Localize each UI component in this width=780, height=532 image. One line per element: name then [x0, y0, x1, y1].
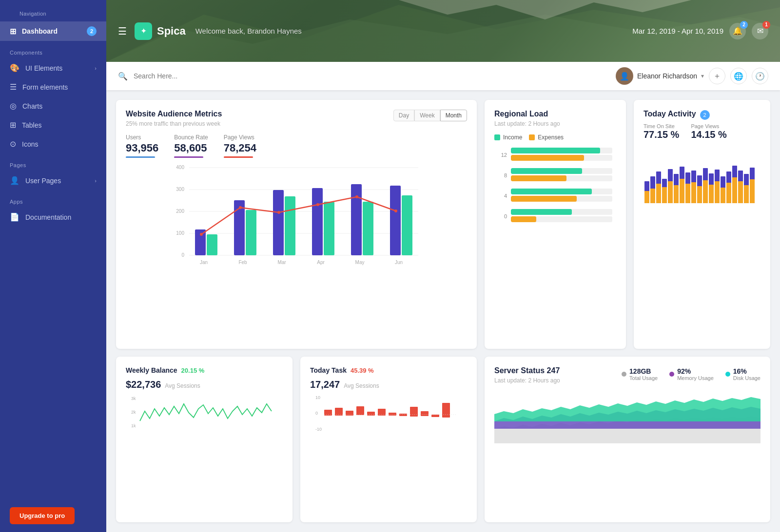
time-on-site-stat: Time On Site 77.15 % — [644, 123, 679, 140]
income-bar-12 — [511, 148, 612, 153]
svg-rect-88 — [389, 413, 396, 416]
svg-rect-53 — [685, 184, 690, 203]
svg-text:Jan: Jan — [200, 260, 208, 265]
activity-chart — [644, 147, 760, 206]
regional-row-12: 12 — [498, 148, 612, 162]
svg-rect-83 — [335, 408, 343, 416]
svg-rect-39 — [644, 191, 649, 203]
time-label: Time On Site — [644, 123, 679, 129]
svg-text:0: 0 — [315, 411, 318, 416]
period-week-btn[interactable]: Week — [414, 110, 440, 121]
activity-stats: Time On Site 77.15 % Page Views 14.15 % — [644, 123, 760, 140]
svg-rect-57 — [697, 186, 702, 203]
svg-rect-90 — [410, 407, 418, 417]
memory-usage-val: 92% — [677, 367, 714, 375]
notif-badge-2: 1 — [762, 21, 770, 29]
sidebar-item-form-elements[interactable]: ☰ Form elements — [0, 77, 106, 96]
svg-text:400: 400 — [176, 165, 184, 170]
metrics-subtitle: 25% more traffic than previous week — [126, 120, 222, 127]
chevron-down-icon: ▾ — [701, 73, 704, 79]
pageviews-bar — [224, 156, 253, 158]
svg-point-26 — [200, 233, 203, 236]
regional-subtitle: Last update: 2 Hours ago — [494, 120, 616, 127]
server-chart — [494, 395, 760, 443]
task-sub: Avg Sessions — [344, 382, 379, 389]
sidebar-item-dashboard[interactable]: ⊞ Dashboard 2 — [0, 21, 106, 41]
svg-text:Feb: Feb — [238, 260, 247, 265]
disk-usage-stat: 16% Disk Usage — [725, 367, 760, 381]
content-area: Website Audience Metrics 25% more traffi… — [106, 90, 780, 532]
regional-row-4: 4 — [498, 189, 612, 203]
charts-icon: ◎ — [10, 101, 17, 111]
task-pct: 45.39 % — [351, 367, 374, 374]
expense-bar-8 — [511, 175, 612, 181]
income-legend: Income — [494, 134, 522, 141]
svg-text:-10: -10 — [315, 427, 322, 432]
apps-section-label: Apps — [10, 199, 23, 205]
income-label: Income — [503, 134, 522, 141]
mail-button[interactable]: ✉ 1 — [752, 23, 768, 39]
upgrade-button[interactable]: Upgrade to pro — [10, 507, 75, 524]
sidebar-item-user-pages[interactable]: 👤 User Pages › — [0, 171, 106, 190]
users-value: 93,956 — [126, 142, 158, 154]
svg-rect-51 — [680, 179, 684, 203]
period-buttons: Day Week Month — [393, 110, 467, 121]
task-chart: 10 0 -10 — [310, 394, 467, 433]
period-day-btn[interactable]: Day — [393, 110, 414, 121]
sidebar-item-documentation[interactable]: 📄 Documentation — [0, 208, 106, 227]
components-section-label: Components — [10, 50, 42, 56]
period-month-btn[interactable]: Month — [440, 110, 467, 121]
user-name: Eleanor Richardson — [637, 72, 697, 80]
add-button[interactable]: ＋ — [709, 68, 725, 84]
server-status-card: Server Status 247 Last update: 2 Hours a… — [485, 357, 770, 522]
svg-rect-61 — [709, 185, 714, 203]
svg-rect-84 — [346, 411, 353, 416]
today-task-card: Today Task 45.39 % 17,247 Avg Sessions 1… — [300, 357, 477, 522]
svg-rect-24 — [390, 186, 401, 255]
sidebar-item-charts[interactable]: ◎ Charts — [0, 96, 106, 115]
user-info[interactable]: 👤 Eleanor Richardson ▾ — [616, 67, 704, 85]
disk-usage-val: 16% — [733, 367, 760, 375]
sidebar-item-ui-elements[interactable]: 🎨 UI Elements › — [0, 58, 106, 77]
sidebar-item-icons[interactable]: ⊙ Icons — [0, 134, 106, 153]
svg-rect-21 — [324, 202, 334, 255]
globe-icon-btn[interactable]: 🌐 — [730, 68, 747, 84]
income-dot — [494, 134, 500, 140]
searchbar: 🔍 👤 Eleanor Richardson ▾ ＋ 🌐 🕐 — [106, 62, 780, 90]
page-views-stat: Page Views 14.15 % — [691, 123, 726, 140]
svg-point-29 — [316, 203, 319, 206]
svg-rect-15 — [207, 234, 217, 255]
doc-icon: 📄 — [10, 212, 20, 222]
row-label-4: 4 — [498, 193, 507, 199]
svg-rect-63 — [715, 181, 720, 203]
bar-chart-container: 400 300 200 100 0 — [126, 163, 467, 270]
server-stats: 128GB Total Usage 92% Memory Usage — [622, 367, 760, 381]
svg-rect-43 — [656, 184, 661, 203]
sidebar-item-tables[interactable]: ⊞ Tables — [0, 115, 106, 134]
svg-rect-71 — [738, 181, 743, 203]
metrics-card: Website Audience Metrics 25% more traffi… — [116, 100, 477, 349]
activity-title-row: Today Activity 2 — [644, 110, 760, 120]
svg-text:0: 0 — [181, 252, 184, 258]
bounce-label: Bounce Rate — [174, 134, 208, 141]
welcome-text: Welcome back, Brandon Haynes — [195, 27, 302, 35]
clock-icon-btn[interactable]: 🕐 — [752, 68, 768, 84]
banner: ☰ ✦ Spica Welcome back, Brandon Haynes M… — [106, 0, 780, 62]
pageviews-label: Page Views — [224, 134, 256, 141]
logo-box: ✦ — [135, 22, 152, 40]
server-subtitle: Last update: 2 Hours ago — [494, 377, 560, 384]
dashboard-badge: 2 — [87, 26, 97, 36]
sidebar: Navigation ⊞ Dashboard 2 Components 🎨 UI… — [0, 0, 106, 532]
hamburger-icon[interactable]: ☰ — [118, 25, 127, 37]
users-bar — [126, 156, 155, 158]
svg-text:10: 10 — [315, 395, 320, 400]
svg-rect-85 — [356, 406, 364, 415]
svg-point-28 — [277, 211, 280, 214]
svg-text:Apr: Apr — [317, 260, 325, 265]
search-input[interactable] — [134, 72, 610, 80]
date-range: Mar 12, 2019 - Apr 10, 2019 — [632, 27, 723, 35]
svg-rect-45 — [662, 187, 667, 203]
notifications-button[interactable]: 🔔 2 — [729, 23, 746, 39]
svg-rect-19 — [285, 196, 295, 255]
svg-rect-86 — [367, 412, 375, 416]
